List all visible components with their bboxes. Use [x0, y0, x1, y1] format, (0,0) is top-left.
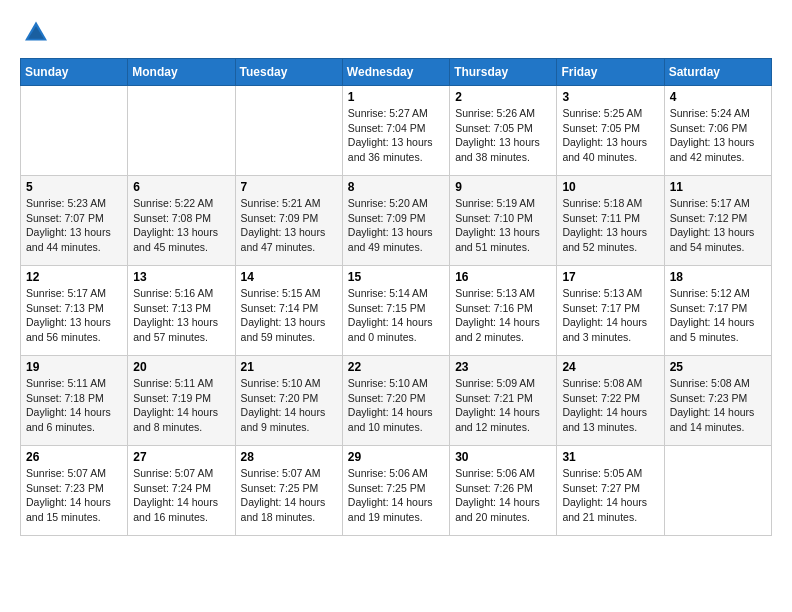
day-number: 23: [455, 360, 551, 374]
calendar-cell: 6Sunrise: 5:22 AM Sunset: 7:08 PM Daylig…: [128, 176, 235, 266]
day-info: Sunrise: 5:07 AM Sunset: 7:23 PM Dayligh…: [26, 466, 122, 525]
calendar-cell: 13Sunrise: 5:16 AM Sunset: 7:13 PM Dayli…: [128, 266, 235, 356]
day-info: Sunrise: 5:09 AM Sunset: 7:21 PM Dayligh…: [455, 376, 551, 435]
calendar-week-row: 12Sunrise: 5:17 AM Sunset: 7:13 PM Dayli…: [21, 266, 772, 356]
calendar-cell: 7Sunrise: 5:21 AM Sunset: 7:09 PM Daylig…: [235, 176, 342, 266]
day-info: Sunrise: 5:22 AM Sunset: 7:08 PM Dayligh…: [133, 196, 229, 255]
day-info: Sunrise: 5:16 AM Sunset: 7:13 PM Dayligh…: [133, 286, 229, 345]
day-info: Sunrise: 5:21 AM Sunset: 7:09 PM Dayligh…: [241, 196, 337, 255]
day-number: 2: [455, 90, 551, 104]
day-number: 29: [348, 450, 444, 464]
day-number: 8: [348, 180, 444, 194]
day-info: Sunrise: 5:11 AM Sunset: 7:18 PM Dayligh…: [26, 376, 122, 435]
day-info: Sunrise: 5:13 AM Sunset: 7:16 PM Dayligh…: [455, 286, 551, 345]
day-info: Sunrise: 5:14 AM Sunset: 7:15 PM Dayligh…: [348, 286, 444, 345]
logo-icon: [22, 20, 50, 42]
day-info: Sunrise: 5:06 AM Sunset: 7:25 PM Dayligh…: [348, 466, 444, 525]
day-info: Sunrise: 5:15 AM Sunset: 7:14 PM Dayligh…: [241, 286, 337, 345]
calendar-cell: 25Sunrise: 5:08 AM Sunset: 7:23 PM Dayli…: [664, 356, 771, 446]
calendar-week-row: 1Sunrise: 5:27 AM Sunset: 7:04 PM Daylig…: [21, 86, 772, 176]
day-number: 11: [670, 180, 766, 194]
calendar-cell: 23Sunrise: 5:09 AM Sunset: 7:21 PM Dayli…: [450, 356, 557, 446]
day-info: Sunrise: 5:20 AM Sunset: 7:09 PM Dayligh…: [348, 196, 444, 255]
calendar-cell: 3Sunrise: 5:25 AM Sunset: 7:05 PM Daylig…: [557, 86, 664, 176]
calendar-cell: 28Sunrise: 5:07 AM Sunset: 7:25 PM Dayli…: [235, 446, 342, 536]
weekday-header-tuesday: Tuesday: [235, 59, 342, 86]
calendar-week-row: 26Sunrise: 5:07 AM Sunset: 7:23 PM Dayli…: [21, 446, 772, 536]
calendar-cell: [664, 446, 771, 536]
calendar-cell: 19Sunrise: 5:11 AM Sunset: 7:18 PM Dayli…: [21, 356, 128, 446]
day-number: 14: [241, 270, 337, 284]
calendar-cell: 11Sunrise: 5:17 AM Sunset: 7:12 PM Dayli…: [664, 176, 771, 266]
day-info: Sunrise: 5:17 AM Sunset: 7:12 PM Dayligh…: [670, 196, 766, 255]
calendar-cell: [21, 86, 128, 176]
day-number: 27: [133, 450, 229, 464]
day-number: 6: [133, 180, 229, 194]
day-info: Sunrise: 5:12 AM Sunset: 7:17 PM Dayligh…: [670, 286, 766, 345]
day-info: Sunrise: 5:13 AM Sunset: 7:17 PM Dayligh…: [562, 286, 658, 345]
calendar-table: SundayMondayTuesdayWednesdayThursdayFrid…: [20, 58, 772, 536]
logo: [20, 20, 54, 42]
weekday-header-monday: Monday: [128, 59, 235, 86]
day-info: Sunrise: 5:06 AM Sunset: 7:26 PM Dayligh…: [455, 466, 551, 525]
day-number: 25: [670, 360, 766, 374]
day-number: 18: [670, 270, 766, 284]
day-number: 1: [348, 90, 444, 104]
day-info: Sunrise: 5:10 AM Sunset: 7:20 PM Dayligh…: [348, 376, 444, 435]
day-number: 24: [562, 360, 658, 374]
calendar-week-row: 5Sunrise: 5:23 AM Sunset: 7:07 PM Daylig…: [21, 176, 772, 266]
calendar-header-row: SundayMondayTuesdayWednesdayThursdayFrid…: [21, 59, 772, 86]
day-info: Sunrise: 5:08 AM Sunset: 7:22 PM Dayligh…: [562, 376, 658, 435]
calendar-cell: 21Sunrise: 5:10 AM Sunset: 7:20 PM Dayli…: [235, 356, 342, 446]
calendar-cell: 24Sunrise: 5:08 AM Sunset: 7:22 PM Dayli…: [557, 356, 664, 446]
day-number: 16: [455, 270, 551, 284]
day-info: Sunrise: 5:05 AM Sunset: 7:27 PM Dayligh…: [562, 466, 658, 525]
day-number: 3: [562, 90, 658, 104]
calendar-cell: [128, 86, 235, 176]
calendar-cell: 12Sunrise: 5:17 AM Sunset: 7:13 PM Dayli…: [21, 266, 128, 356]
calendar-cell: 4Sunrise: 5:24 AM Sunset: 7:06 PM Daylig…: [664, 86, 771, 176]
day-number: 19: [26, 360, 122, 374]
weekday-header-thursday: Thursday: [450, 59, 557, 86]
day-number: 20: [133, 360, 229, 374]
day-info: Sunrise: 5:10 AM Sunset: 7:20 PM Dayligh…: [241, 376, 337, 435]
calendar-week-row: 19Sunrise: 5:11 AM Sunset: 7:18 PM Dayli…: [21, 356, 772, 446]
calendar-cell: 1Sunrise: 5:27 AM Sunset: 7:04 PM Daylig…: [342, 86, 449, 176]
calendar-cell: 9Sunrise: 5:19 AM Sunset: 7:10 PM Daylig…: [450, 176, 557, 266]
day-info: Sunrise: 5:07 AM Sunset: 7:24 PM Dayligh…: [133, 466, 229, 525]
weekday-header-friday: Friday: [557, 59, 664, 86]
calendar-cell: 27Sunrise: 5:07 AM Sunset: 7:24 PM Dayli…: [128, 446, 235, 536]
day-number: 13: [133, 270, 229, 284]
calendar-cell: 26Sunrise: 5:07 AM Sunset: 7:23 PM Dayli…: [21, 446, 128, 536]
day-number: 10: [562, 180, 658, 194]
day-info: Sunrise: 5:07 AM Sunset: 7:25 PM Dayligh…: [241, 466, 337, 525]
day-info: Sunrise: 5:26 AM Sunset: 7:05 PM Dayligh…: [455, 106, 551, 165]
day-info: Sunrise: 5:24 AM Sunset: 7:06 PM Dayligh…: [670, 106, 766, 165]
weekday-header-sunday: Sunday: [21, 59, 128, 86]
day-info: Sunrise: 5:11 AM Sunset: 7:19 PM Dayligh…: [133, 376, 229, 435]
calendar-cell: 29Sunrise: 5:06 AM Sunset: 7:25 PM Dayli…: [342, 446, 449, 536]
day-number: 22: [348, 360, 444, 374]
day-number: 31: [562, 450, 658, 464]
day-number: 30: [455, 450, 551, 464]
day-info: Sunrise: 5:25 AM Sunset: 7:05 PM Dayligh…: [562, 106, 658, 165]
page-header: [20, 20, 772, 42]
day-number: 26: [26, 450, 122, 464]
day-info: Sunrise: 5:27 AM Sunset: 7:04 PM Dayligh…: [348, 106, 444, 165]
day-info: Sunrise: 5:19 AM Sunset: 7:10 PM Dayligh…: [455, 196, 551, 255]
calendar-cell: 22Sunrise: 5:10 AM Sunset: 7:20 PM Dayli…: [342, 356, 449, 446]
calendar-cell: 10Sunrise: 5:18 AM Sunset: 7:11 PM Dayli…: [557, 176, 664, 266]
calendar-cell: 30Sunrise: 5:06 AM Sunset: 7:26 PM Dayli…: [450, 446, 557, 536]
calendar-cell: 17Sunrise: 5:13 AM Sunset: 7:17 PM Dayli…: [557, 266, 664, 356]
calendar-cell: 18Sunrise: 5:12 AM Sunset: 7:17 PM Dayli…: [664, 266, 771, 356]
calendar-cell: 20Sunrise: 5:11 AM Sunset: 7:19 PM Dayli…: [128, 356, 235, 446]
day-number: 15: [348, 270, 444, 284]
day-number: 28: [241, 450, 337, 464]
calendar-cell: 14Sunrise: 5:15 AM Sunset: 7:14 PM Dayli…: [235, 266, 342, 356]
calendar-cell: [235, 86, 342, 176]
day-number: 17: [562, 270, 658, 284]
weekday-header-wednesday: Wednesday: [342, 59, 449, 86]
day-number: 12: [26, 270, 122, 284]
day-info: Sunrise: 5:08 AM Sunset: 7:23 PM Dayligh…: [670, 376, 766, 435]
calendar-cell: 5Sunrise: 5:23 AM Sunset: 7:07 PM Daylig…: [21, 176, 128, 266]
